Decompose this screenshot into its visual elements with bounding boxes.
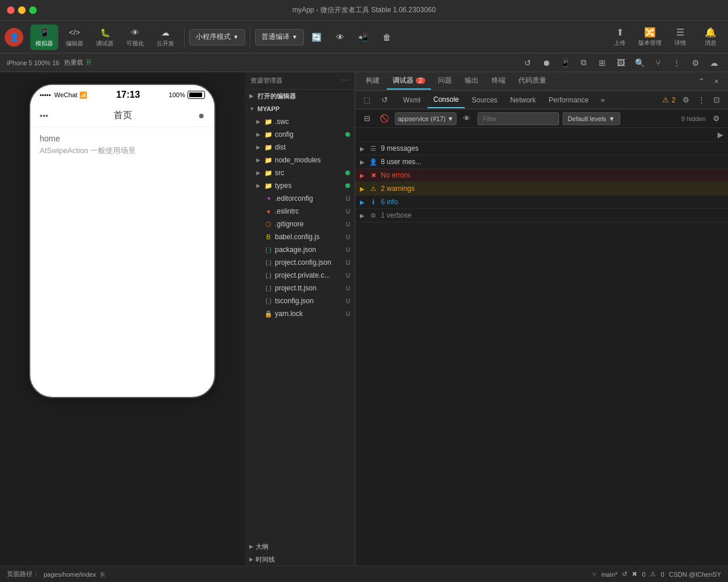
fe-item-package[interactable]: { } package.json U — [245, 243, 355, 256]
fe-item-types[interactable]: 📁 types — [245, 179, 355, 192]
file-icon: { } — [264, 246, 273, 254]
fe-open-editors-header[interactable]: 打开的编辑器 — [245, 90, 355, 102]
compile-icon: 🔄 — [311, 31, 323, 43]
fe-item-babel[interactable]: B babel.config.js U — [245, 230, 355, 243]
fe-root-header[interactable]: MYAPP — [245, 102, 355, 115]
console-item-info[interactable]: ▶ ℹ 6 info — [355, 196, 728, 209]
mode-dropdown[interactable]: 小程序模式 ▼ — [189, 29, 245, 45]
eye-icon[interactable]: 👁 — [460, 112, 474, 126]
compile-button[interactable]: 🔄 — [306, 24, 327, 50]
maximize-button[interactable] — [29, 6, 37, 14]
expand-all-arrow[interactable]: ▶ — [718, 130, 723, 139]
more-options-icon[interactable]: ⋮ — [694, 93, 708, 107]
window-title: myApp - 微信开发者工具 Stable 1.06.2303060 — [292, 5, 436, 15]
hidden-count: 9 hidden — [681, 115, 706, 122]
record-icon-btn[interactable]: ⏺ — [539, 56, 553, 70]
fe-item-dist[interactable]: 📁 dist — [245, 141, 355, 154]
upload-button[interactable]: ⬆ 上传 — [607, 27, 632, 47]
fe-item-gitignore[interactable]: ⬡ .gitignore U — [245, 218, 355, 230]
folder-icon: 📁 — [264, 143, 273, 151]
fe-item-project-private[interactable]: {.} project.private.c... U — [245, 269, 355, 282]
phone-icon-btn[interactable]: 📱 — [558, 56, 572, 70]
details-button[interactable]: ☰ 详情 — [667, 27, 693, 47]
outline-section-header[interactable]: 大纲 — [245, 540, 355, 553]
close-panel-button[interactable]: × — [709, 74, 723, 88]
fe-item-project-config[interactable]: {.} project.config.json U — [245, 256, 355, 269]
upload-icon: ⬆ — [616, 27, 624, 38]
tab-performance[interactable]: Performance — [543, 92, 595, 108]
fe-item-eslintrc[interactable]: ● .eslintrc U — [245, 205, 355, 218]
real-debug-button[interactable]: 📲 — [353, 24, 374, 50]
tab-terminal[interactable]: 终端 — [486, 73, 511, 90]
more-icon-btn[interactable]: ⋮ — [670, 56, 684, 70]
sync-icon[interactable]: ↺ — [622, 570, 627, 578]
phone-nav-title: 首页 — [114, 109, 132, 122]
tab-output[interactable]: 输出 — [459, 73, 485, 90]
tab-network[interactable]: Network — [504, 92, 542, 108]
copy-path-icon[interactable]: ⎘ — [101, 571, 105, 578]
grid-icon-btn[interactable]: ⊞ — [595, 56, 609, 70]
tab-sources[interactable]: Sources — [466, 92, 503, 108]
version-button[interactable]: 🔀 版本管理 — [637, 27, 663, 47]
search-icon-btn[interactable]: 🔍 — [632, 56, 646, 70]
editor-button[interactable]: </> 编辑器 — [61, 24, 89, 50]
notifications-button[interactable]: 🔔 消息 — [698, 27, 723, 47]
undock-icon[interactable]: ⊡ — [709, 93, 723, 107]
minimize-button[interactable] — [18, 6, 26, 14]
tab-problems[interactable]: 问题 — [432, 73, 458, 90]
fe-item-node-modules[interactable]: 📁 node_modules — [245, 154, 355, 166]
tab-build[interactable]: 构建 — [360, 73, 386, 90]
device-mode-icon[interactable]: ↺ — [377, 93, 391, 107]
console-filter-input[interactable] — [478, 112, 559, 125]
console-item-user[interactable]: ▶ 👤 8 user mes... — [355, 155, 728, 169]
fe-item-config[interactable]: 📁 config — [245, 128, 355, 141]
cloud-icon-btn[interactable]: ☁ — [707, 56, 721, 70]
debugger-button[interactable]: 🐛 调试器 — [91, 24, 119, 50]
console-item-messages[interactable]: ▶ ☰ 9 messages — [355, 142, 728, 155]
console-item-verbose[interactable]: ▶ ⚙ 1 verbose — [355, 209, 728, 222]
more-options-icon[interactable]: ⋯ — [342, 77, 349, 84]
details-icon: ☰ — [676, 27, 684, 38]
tab-console[interactable]: Console — [427, 92, 465, 108]
branch-name[interactable]: main* — [601, 571, 617, 578]
split-icon-btn[interactable]: ⧉ — [577, 56, 591, 70]
context-selector[interactable]: appservice (#17) ▼ — [395, 112, 457, 125]
cloud-button[interactable]: ☁ 云开发 — [151, 24, 179, 50]
visual-button[interactable]: 👁 可视化 — [121, 24, 149, 50]
tab-debugger[interactable]: 调试器 2 — [387, 73, 431, 90]
close-button[interactable] — [7, 6, 15, 14]
fe-item-yarnlock[interactable]: 🔒 yarn.lock U — [245, 307, 355, 320]
simulator-button[interactable]: 📱 模拟器 — [30, 24, 58, 50]
devtools-top-tabs: 构建 调试器 2 问题 输出 终端 代码质量 ⌃ × — [355, 72, 728, 91]
console-item-errors[interactable]: ▶ ✖ No errors — [355, 169, 728, 182]
preview-button[interactable]: 👁 — [330, 24, 351, 50]
more-tabs-icon[interactable]: » — [596, 93, 610, 107]
fe-item-src[interactable]: 📁 src — [245, 166, 355, 179]
sidebar-toggle-icon[interactable]: ⊟ — [360, 112, 374, 126]
tab-wxml[interactable]: Wxml — [397, 92, 426, 108]
refresh-icon-btn[interactable]: ↺ — [521, 56, 535, 70]
messages-icon: ☰ — [369, 144, 377, 152]
fe-item-tsconfig[interactable]: {.} tsconfig.json U — [245, 294, 355, 307]
window-controls[interactable] — [7, 6, 37, 14]
fe-item-editorconfig[interactable]: ✦ .editorconfig U — [245, 192, 355, 205]
settings-icon-btn[interactable]: ⚙ — [688, 56, 702, 70]
fe-item-project-tt[interactable]: {.} project.tt.json U — [245, 282, 355, 294]
timeline-section-header[interactable]: 时间线 — [245, 553, 355, 566]
screenshot-icon-btn[interactable]: 🖼 — [614, 56, 628, 70]
settings-icon[interactable]: ⚙ — [679, 93, 693, 107]
log-level-dropdown[interactable]: Default levels ▼ — [563, 112, 620, 125]
tab-code-quality[interactable]: 代码质量 — [513, 73, 552, 90]
fe-item-swc[interactable]: 📁 .swc — [245, 115, 355, 128]
hot-reload-button[interactable]: 热重载 开 — [64, 58, 92, 67]
path-value[interactable]: pages/home/index — [44, 571, 96, 578]
clear-cache-button[interactable]: 🗑 — [376, 24, 397, 50]
inspect-icon[interactable]: ⬚ — [360, 93, 374, 107]
console-settings-icon[interactable]: ⚙ — [709, 112, 723, 126]
avatar[interactable]: 👤 — [5, 28, 23, 47]
chevron-up-icon[interactable]: ⌃ — [694, 74, 708, 88]
compile-mode-dropdown[interactable]: 普通编译 ▼ — [255, 29, 304, 45]
branch-icon-btn[interactable]: ⑂ — [651, 56, 665, 70]
console-item-warnings[interactable]: ▶ ⚠ 2 warnings — [355, 182, 728, 196]
clear-console-icon[interactable]: 🚫 — [377, 112, 391, 126]
